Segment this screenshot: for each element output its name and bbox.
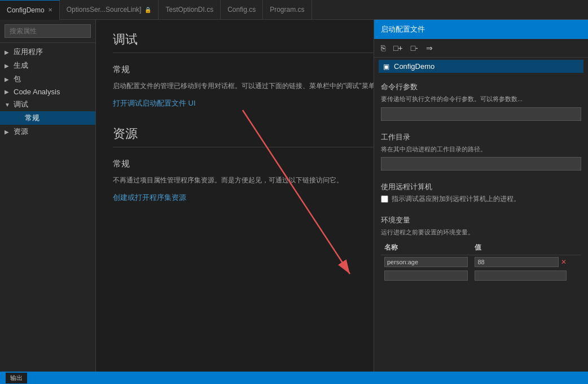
tab-label: OptionsSer...SourceLink] <box>67 6 142 14</box>
remote-machine-row: 指示调试器应附加到远程计算机上的进程。 <box>381 194 581 204</box>
env-row-1: ✕ <box>381 255 581 269</box>
field-remote-machine: 使用远程计算机 指示调试器应附加到远程计算机上的进程。 <box>381 182 581 204</box>
tab-label: TestOptionDI.cs <box>165 6 213 14</box>
tab-programcs[interactable]: Program.cs <box>263 0 311 20</box>
remote-machine-desc: 指示调试器应附加到远程计算机上的进程。 <box>392 194 520 204</box>
tab-label: ConfigDemo <box>7 6 45 14</box>
nav-tree: ▶ 应用程序 ▶ 生成 ▶ 包 ▶ Code Analysis ▼ 调试 常规 <box>0 43 95 372</box>
env-value-input[interactable] <box>475 257 559 267</box>
env-name-input[interactable] <box>384 270 468 281</box>
field-desc: 要传递给可执行文件的命令行参数。可以将参数数... <box>381 94 581 104</box>
sidebar-item-package[interactable]: ▶ 包 <box>0 72 95 86</box>
profile-item[interactable]: ▣ ConfigDemo <box>379 60 583 73</box>
sidebar-item-debug-general[interactable]: 常规 <box>0 111 95 125</box>
output-label: 输出 <box>6 373 27 383</box>
env-row-2 <box>381 269 581 282</box>
popup-toolbar: ⎘ □+ □- ⇒ <box>374 39 588 58</box>
field-label: 环境变量 <box>381 215 581 225</box>
field-command-args: 命令行参数 要传递给可执行文件的命令行参数。可以将参数数... <box>381 82 581 121</box>
command-args-input[interactable] <box>381 107 581 121</box>
field-label: 命令行参数 <box>381 82 581 92</box>
lock-icon: 🔒 <box>144 7 151 13</box>
tab-testoptiondl[interactable]: TestOptionDI.cs <box>159 0 221 20</box>
sidebar-item-label: Code Analysis <box>14 88 60 96</box>
tab-close-icon[interactable]: ✕ <box>48 7 52 13</box>
debug-profile-link[interactable]: 打开调试启动配置文件 UI <box>113 99 196 107</box>
tab-bar: ConfigDemo ✕ OptionsSer...SourceLink] 🔒 … <box>0 0 588 20</box>
popup-body: 命令行参数 要传递给可执行文件的命令行参数。可以将参数数... 工作目录 将在其… <box>374 75 588 372</box>
search-input[interactable] <box>5 24 91 38</box>
tab-label: Config.cs <box>227 6 256 14</box>
popup-header: 启动配置文件 <box>374 20 588 39</box>
content-area: 调试 常规 启动配置文件的管理已移动到专用对话框。可以通过下面的链接、菜单栏中的… <box>96 20 588 372</box>
remote-machine-checkbox[interactable] <box>381 195 388 203</box>
status-bar: 输出 <box>0 372 588 384</box>
profile-icon: ▣ <box>383 63 389 71</box>
env-name-input[interactable] <box>384 257 468 267</box>
tab-configcs[interactable]: Config.cs <box>221 0 263 20</box>
sidebar-item-label: 资源 <box>14 126 28 137</box>
search-box <box>0 20 95 43</box>
sidebar-item-label: 调试 <box>14 99 28 110</box>
field-desc: 将在其中启动进程的工作目录的路径。 <box>381 145 581 154</box>
delete-button[interactable]: □- <box>409 42 420 54</box>
field-env-vars: 环境变量 运行进程之前要设置的环境变量。 名称 值 <box>381 215 581 282</box>
expand-icon: ▶ <box>5 49 11 55</box>
field-working-dir: 工作目录 将在其中启动进程的工作目录的路径。 <box>381 132 581 171</box>
popup-title: 启动配置文件 <box>381 25 425 33</box>
tab-configdemo[interactable]: ConfigDemo ✕ <box>0 0 60 20</box>
working-dir-input[interactable] <box>381 157 581 171</box>
expand-icon: ▶ <box>5 63 11 69</box>
expand-icon: ▶ <box>5 89 11 95</box>
expand-icon: ▶ <box>5 76 11 82</box>
sidebar-item-label: 生成 <box>14 60 28 71</box>
sidebar-item-code-analysis[interactable]: ▶ Code Analysis <box>0 86 95 98</box>
popup-panel: 启动配置文件 ⎘ □+ □- ⇒ ▣ ConfigDemo 命令行参数 要传递给… <box>374 20 588 372</box>
resources-link[interactable]: 创建或打开程序集资源 <box>113 193 186 202</box>
sidebar-item-debug[interactable]: ▼ 调试 <box>0 98 95 111</box>
tab-optionsser[interactable]: OptionsSer...SourceLink] 🔒 <box>60 0 159 20</box>
tab-label: Program.cs <box>270 6 304 14</box>
sidebar-item-build[interactable]: ▶ 生成 <box>0 59 95 72</box>
settings-button[interactable]: ⇒ <box>424 42 435 54</box>
env-col-name: 名称 <box>381 241 471 255</box>
env-delete-button[interactable]: ✕ <box>561 258 567 266</box>
env-col-value: 值 <box>471 241 570 255</box>
field-desc: 运行进程之前要设置的环境变量。 <box>381 228 581 237</box>
sidebar-item-label: 常规 <box>25 113 40 123</box>
sidebar-item-label: 包 <box>14 74 21 84</box>
profile-name: ConfigDemo <box>394 62 435 71</box>
field-label: 使用远程计算机 <box>381 182 581 192</box>
sidebar-item-label: 应用程序 <box>14 47 43 57</box>
sidebar-item-app[interactable]: ▶ 应用程序 <box>0 45 95 59</box>
env-table: 名称 值 ✕ <box>381 241 581 282</box>
env-value-input[interactable] <box>475 270 567 281</box>
field-label: 工作目录 <box>381 132 581 142</box>
new-button[interactable]: □+ <box>391 42 405 54</box>
expand-icon: ▼ <box>5 102 11 108</box>
sidebar-item-resources[interactable]: ▶ 资源 <box>0 125 95 138</box>
expand-icon: ▶ <box>5 129 11 135</box>
main-layout: ▶ 应用程序 ▶ 生成 ▶ 包 ▶ Code Analysis ▼ 调试 常规 <box>0 20 588 372</box>
sidebar: ▶ 应用程序 ▶ 生成 ▶ 包 ▶ Code Analysis ▼ 调试 常规 <box>0 20 96 372</box>
copy-button[interactable]: ⎘ <box>379 42 388 54</box>
